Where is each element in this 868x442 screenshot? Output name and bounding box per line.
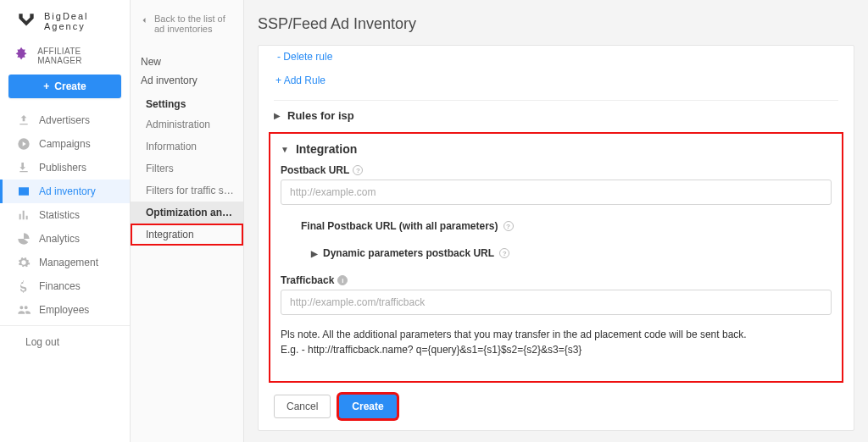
dollar-icon bbox=[17, 279, 31, 293]
help-icon[interactable]: ? bbox=[504, 221, 514, 231]
section-label: Rules for isp bbox=[287, 109, 354, 122]
secnav-new: New bbox=[131, 42, 243, 71]
chevron-right-icon: ▶ bbox=[311, 249, 318, 258]
nav-label: Management bbox=[39, 257, 98, 268]
note-line1: Pls note. All the additional parameters … bbox=[281, 327, 832, 342]
secnav-integration[interactable]: Integration bbox=[131, 224, 243, 246]
brand-line2: Agency bbox=[44, 21, 89, 31]
nav-label: Employees bbox=[39, 304, 89, 316]
dynamic-params-row[interactable]: ▶ Dynamic parameters postback URL ? bbox=[311, 247, 832, 259]
secnav-administration[interactable]: Administration bbox=[131, 113, 243, 135]
upload-icon bbox=[17, 113, 31, 127]
add-rule-link[interactable]: + Add Rule bbox=[275, 75, 838, 86]
trafficback-label: Trafficback i bbox=[281, 274, 832, 286]
nav-advertisers[interactable]: Advertisers bbox=[0, 108, 130, 132]
label-text: Postback URL bbox=[281, 164, 349, 176]
brand-text: BigDeal Agency bbox=[44, 11, 89, 31]
trafficback-note: Pls note. All the additional parameters … bbox=[281, 327, 832, 357]
people-icon bbox=[17, 303, 31, 317]
back-line1: Back to the list of bbox=[154, 14, 225, 24]
nav-logout[interactable]: Log out bbox=[0, 329, 130, 353]
affiliate-label: AFFILIATE MANAGER bbox=[37, 47, 121, 65]
nav-label: Statistics bbox=[39, 209, 80, 221]
label-text: Dynamic parameters postback URL bbox=[323, 247, 494, 259]
back-line2: ad inventories bbox=[154, 24, 225, 34]
secnav-settings: Settings bbox=[131, 90, 243, 113]
nav-label: Advertisers bbox=[39, 114, 90, 126]
nav-label: Publishers bbox=[39, 162, 86, 174]
secondary-nav: Back to the list of ad inventories New A… bbox=[131, 0, 244, 442]
primary-nav: Advertisers Campaigns Publishers Ad inve… bbox=[0, 107, 130, 353]
delete-rule-link[interactable]: - Delete rule bbox=[277, 51, 838, 63]
chevron-down-icon: ▼ bbox=[281, 145, 289, 154]
nav-label: Campaigns bbox=[39, 138, 91, 150]
nav-statistics[interactable]: Statistics bbox=[0, 203, 130, 227]
create-submit-button[interactable]: Create bbox=[339, 395, 396, 418]
brand-line1: BigDeal bbox=[44, 11, 89, 21]
brand: BigDeal Agency bbox=[0, 0, 130, 41]
chevron-left-icon bbox=[139, 15, 149, 25]
card-icon bbox=[17, 185, 31, 198]
secnav-optimization[interactable]: Optimization and rules bbox=[131, 202, 243, 224]
label-text: Trafficback bbox=[281, 274, 334, 286]
back-link-text: Back to the list of ad inventories bbox=[154, 14, 225, 34]
note-line2: E.g. - http://trafficback.name? q={query… bbox=[281, 342, 832, 357]
play-circle-icon bbox=[17, 137, 31, 151]
plus-icon: + bbox=[43, 80, 49, 92]
pie-chart-icon bbox=[17, 232, 31, 246]
integration-section: ▼ Integration Postback URL ? Final Postb… bbox=[269, 132, 843, 383]
label-text: Final Postback URL (with all parameters) bbox=[301, 220, 498, 232]
nav-label: Analytics bbox=[39, 233, 80, 245]
back-link[interactable]: Back to the list of ad inventories bbox=[131, 3, 243, 42]
gear-icon bbox=[17, 256, 31, 269]
affiliate-icon bbox=[12, 46, 31, 66]
nav-label: Ad inventory bbox=[39, 185, 96, 197]
create-button[interactable]: + Create bbox=[8, 75, 121, 98]
postback-url-input[interactable] bbox=[281, 180, 832, 205]
secnav-filters-traffic[interactable]: Filters for traffic sour... bbox=[131, 180, 243, 202]
form-actions: Cancel Create bbox=[259, 383, 854, 430]
secnav-ad-inventory: Ad inventory bbox=[131, 71, 243, 90]
rules-block: - Delete rule + Add Rule bbox=[259, 46, 854, 91]
main-sidebar: BigDeal Agency AFFILIATE MANAGER + Creat… bbox=[0, 0, 131, 442]
nav-employees[interactable]: Employees bbox=[0, 298, 130, 322]
chevron-right-icon: ▶ bbox=[274, 111, 281, 120]
bar-chart-icon bbox=[17, 208, 31, 222]
download-icon bbox=[17, 161, 31, 174]
nav-label: Finances bbox=[39, 280, 81, 292]
postback-url-label: Postback URL ? bbox=[281, 164, 832, 176]
secnav-filters[interactable]: Filters bbox=[131, 157, 243, 180]
rules-for-isp-section[interactable]: ▶ Rules for isp bbox=[274, 100, 838, 122]
page-title: SSP/Feed Ad Inventory bbox=[244, 0, 868, 45]
nav-publishers[interactable]: Publishers bbox=[0, 156, 130, 180]
secnav-information[interactable]: Information bbox=[131, 135, 243, 157]
cancel-button[interactable]: Cancel bbox=[274, 395, 331, 418]
affiliate-manager-row: AFFILIATE MANAGER bbox=[0, 41, 130, 75]
trafficback-input[interactable] bbox=[281, 290, 832, 315]
nav-divider bbox=[0, 325, 130, 326]
integration-header[interactable]: ▼ Integration bbox=[281, 142, 832, 156]
brand-logo-icon bbox=[15, 10, 37, 32]
info-icon[interactable]: i bbox=[337, 275, 348, 285]
help-icon[interactable]: ? bbox=[499, 248, 509, 258]
main-area: SSP/Feed Ad Inventory - Delete rule + Ad… bbox=[244, 0, 868, 442]
nav-analytics[interactable]: Analytics bbox=[0, 227, 130, 251]
nav-label: Log out bbox=[25, 336, 59, 348]
help-icon[interactable]: ? bbox=[353, 165, 363, 175]
form-card: - Delete rule + Add Rule ▶ Rules for isp… bbox=[258, 45, 854, 431]
integration-title: Integration bbox=[296, 142, 357, 156]
nav-campaigns[interactable]: Campaigns bbox=[0, 132, 130, 156]
nav-management[interactable]: Management bbox=[0, 251, 130, 274]
final-postback-row: Final Postback URL (with all parameters)… bbox=[301, 220, 832, 232]
create-button-label: Create bbox=[54, 80, 86, 92]
nav-ad-inventory[interactable]: Ad inventory bbox=[0, 180, 130, 203]
nav-finances[interactable]: Finances bbox=[0, 274, 130, 298]
